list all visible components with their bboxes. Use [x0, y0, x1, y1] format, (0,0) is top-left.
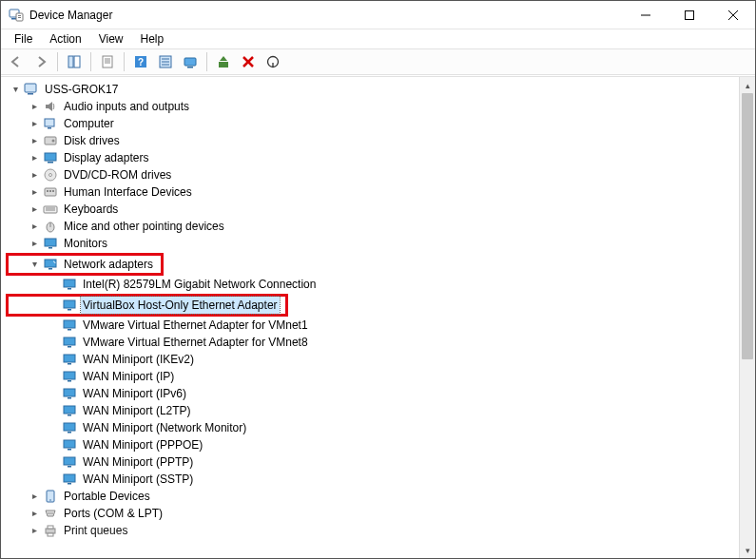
svg-rect-10 [74, 56, 80, 67]
computer-icon [24, 82, 39, 97]
menu-action[interactable]: Action [42, 30, 88, 48]
help-button[interactable]: ? [129, 51, 152, 72]
svg-rect-81 [48, 533, 53, 536]
menu-file[interactable]: File [7, 30, 40, 48]
network-adapter-icon [62, 403, 77, 418]
tree-item-keyboards[interactable]: ▸ Keyboards [5, 201, 739, 218]
svg-rect-46 [45, 239, 56, 246]
network-adapter-icon [62, 420, 77, 435]
uninstall-button[interactable] [237, 51, 260, 72]
tree-label: USS-GROK17 [43, 81, 120, 98]
tree-label: Computer [62, 115, 116, 132]
device-tree[interactable]: ▾ USS-GROK17 ▸ Audio inputs and outputs … [1, 77, 739, 558]
svg-rect-49 [48, 268, 52, 270]
tree-item-nic-sstp[interactable]: ▸ WAN Miniport (SSTP) [5, 471, 739, 488]
svg-rect-60 [64, 372, 75, 379]
chevron-right-icon[interactable]: ▸ [28, 202, 41, 216]
svg-rect-29 [45, 119, 54, 126]
action-help-button[interactable] [154, 51, 177, 72]
tree-item-nic-intel[interactable]: ▸ Intel(R) 82579LM Gigabit Network Conne… [5, 276, 739, 293]
tree-item-nic-virtualbox[interactable]: ▸ VirtualBox Host-Only Ethernet Adapter [9, 297, 285, 314]
tree-item-disk[interactable]: ▸ Disk drives [5, 132, 739, 149]
tree-item-monitors[interactable]: ▸ Monitors [5, 235, 739, 252]
tree-label: Mice and other pointing devices [62, 218, 226, 235]
chevron-right-icon[interactable]: ▸ [28, 168, 41, 182]
svg-rect-63 [68, 397, 71, 399]
network-adapter-icon [62, 318, 77, 333]
close-button[interactable] [711, 1, 755, 29]
svg-text:?: ? [138, 57, 144, 67]
toolbar-separator [206, 52, 207, 71]
chevron-down-icon[interactable]: ▾ [9, 83, 22, 96]
show-hide-tree-button[interactable] [63, 51, 86, 72]
tree-item-audio[interactable]: ▸ Audio inputs and outputs [5, 98, 739, 115]
scroll-thumb[interactable] [742, 93, 753, 359]
tree-item-nic-pptp[interactable]: ▸ WAN Miniport (PPTP) [5, 453, 739, 471]
highlight-virtualbox-adapter: ▸ VirtualBox Host-Only Ethernet Adapter [6, 294, 288, 317]
menu-view[interactable]: View [91, 30, 131, 48]
tree-item-nic-netmon[interactable]: ▸ WAN Miniport (Network Monitor) [5, 419, 739, 436]
no-chevron: ▸ [47, 336, 60, 349]
toolbar-separator [90, 52, 91, 71]
mouse-icon [43, 219, 58, 234]
svg-rect-48 [45, 260, 56, 267]
tree-item-nic-vmnet8[interactable]: ▸ VMware Virtual Ethernet Adapter for VM… [5, 334, 739, 351]
maximize-button[interactable] [668, 1, 711, 29]
tree-item-network-adapters[interactable]: ▾ Network adapters [9, 256, 161, 273]
tree-item-hid[interactable]: ▸ Human Interface Devices [5, 183, 739, 201]
tree-item-display[interactable]: ▸ Display adapters [5, 149, 739, 166]
vertical-scrollbar[interactable]: ▴ ▾ [739, 77, 755, 558]
network-adapter-icon [62, 454, 77, 470]
chevron-right-icon[interactable]: ▸ [28, 507, 41, 520]
chevron-right-icon[interactable]: ▸ [28, 117, 41, 130]
tree-item-nic-ip[interactable]: ▸ WAN Miniport (IP) [5, 368, 739, 385]
tree-item-dvd[interactable]: ▸ DVD/CD-ROM drives [5, 166, 739, 183]
scroll-down-button[interactable]: ▾ [740, 542, 755, 558]
tree-root[interactable]: ▾ USS-GROK17 [5, 81, 739, 98]
svg-rect-52 [64, 300, 75, 308]
tree-label: Disk drives [62, 132, 122, 149]
chevron-right-icon[interactable]: ▸ [28, 100, 41, 113]
tree-item-ports[interactable]: ▸ Ports (COM & LPT) [5, 505, 739, 522]
scan-hardware-button[interactable] [179, 51, 202, 72]
svg-point-36 [49, 174, 52, 177]
pc-icon [43, 116, 58, 131]
svg-rect-50 [64, 280, 75, 287]
tree-item-nic-ikev2[interactable]: ▸ WAN Miniport (IKEv2) [5, 351, 739, 368]
tree-item-portable[interactable]: ▸ Portable Devices [5, 488, 739, 505]
tree-label: VirtualBox Host-Only Ethernet Adapter [81, 297, 280, 314]
network-adapter-icon [62, 335, 77, 350]
chevron-right-icon[interactable]: ▸ [28, 220, 41, 233]
back-button[interactable] [5, 51, 28, 72]
properties-button[interactable] [96, 51, 119, 72]
disable-button[interactable] [262, 51, 284, 72]
tree-label: Portable Devices [62, 488, 152, 505]
tree-item-nic-vmnet1[interactable]: ▸ VMware Virtual Ethernet Adapter for VM… [5, 317, 739, 334]
tree-item-nic-ipv6[interactable]: ▸ WAN Miniport (IPv6) [5, 385, 739, 402]
network-adapter-icon [62, 472, 77, 487]
menu-help[interactable]: Help [133, 30, 172, 48]
chevron-right-icon[interactable]: ▸ [28, 134, 41, 147]
tree-item-nic-pppoe[interactable]: ▸ WAN Miniport (PPPOE) [5, 436, 739, 453]
tree-item-nic-l2tp[interactable]: ▸ WAN Miniport (L2TP) [5, 402, 739, 419]
scroll-up-button[interactable]: ▴ [740, 77, 755, 93]
chevron-right-icon[interactable]: ▸ [28, 185, 41, 199]
svg-rect-69 [68, 449, 71, 451]
chevron-right-icon[interactable]: ▸ [28, 151, 41, 164]
network-icon [43, 257, 58, 272]
network-adapter-icon [62, 352, 77, 367]
chevron-right-icon[interactable]: ▸ [28, 237, 41, 250]
chevron-right-icon[interactable]: ▸ [28, 524, 41, 537]
update-driver-button[interactable] [212, 51, 235, 72]
tree-item-mice[interactable]: ▸ Mice and other pointing devices [5, 218, 739, 235]
tree-item-computer[interactable]: ▸ Computer [5, 115, 739, 132]
svg-rect-53 [68, 309, 71, 311]
minimize-button[interactable] [624, 1, 668, 29]
chevron-down-icon[interactable]: ▾ [28, 258, 41, 271]
portable-icon [43, 489, 58, 504]
svg-rect-56 [64, 337, 75, 345]
forward-button[interactable] [29, 51, 52, 72]
chevron-right-icon[interactable]: ▸ [28, 490, 41, 503]
tree-item-printqueues[interactable]: ▸ Print queues [5, 522, 739, 539]
toolbar: ? [1, 48, 755, 75]
